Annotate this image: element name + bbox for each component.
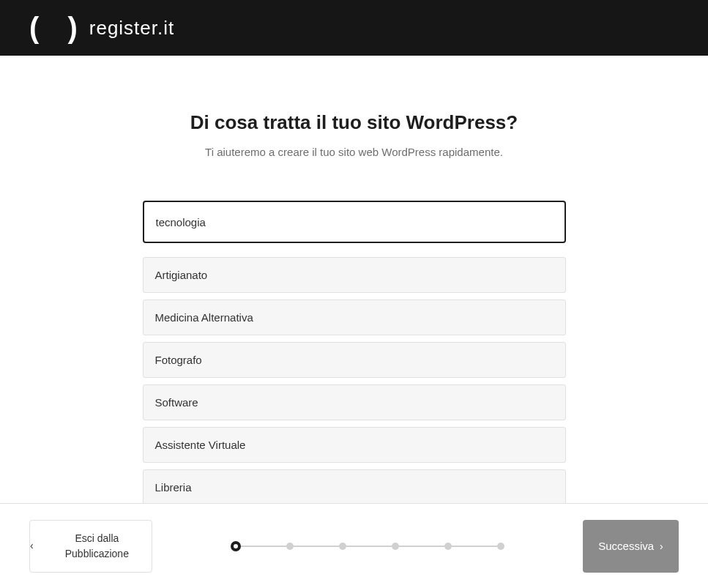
chevron-left-icon: ‹	[30, 538, 34, 554]
step-dot	[286, 543, 294, 550]
next-button[interactable]: Successiva ›	[583, 520, 679, 573]
step-dot	[392, 543, 399, 550]
step-line	[346, 546, 392, 547]
step-line	[294, 546, 339, 547]
main-content: Di cosa tratta il tuo sito WordPress? Ti…	[0, 56, 708, 505]
step-dot	[339, 543, 346, 550]
step-line	[241, 546, 286, 547]
exit-button[interactable]: ‹ Esci dalla Pubblicazione	[29, 520, 152, 573]
next-button-label: Successiva	[598, 540, 654, 552]
step-dot	[444, 543, 452, 550]
option-item[interactable]: Assistente Virtuale	[143, 427, 566, 463]
page-heading: Di cosa tratta il tuo sito WordPress?	[0, 111, 708, 134]
exit-button-label: Esci dalla Pubblicazione	[42, 531, 152, 562]
option-item[interactable]: Artigianato	[143, 257, 566, 293]
option-item[interactable]: Software	[143, 384, 566, 420]
progress-stepper	[231, 541, 504, 551]
option-item[interactable]: Fotografo	[143, 342, 566, 378]
step-line	[452, 546, 497, 547]
header: ( ) register.it	[0, 0, 708, 56]
page-subheading: Ti aiuteremo a creare il tuo sito web Wo…	[0, 146, 708, 158]
logo-icon: ( )	[29, 12, 88, 45]
option-item[interactable]: Medicina Alternativa	[143, 299, 566, 335]
logo-text: register.it	[89, 17, 175, 40]
step-dot-active	[231, 541, 241, 551]
form-area: Artigianato Medicina Alternativa Fotogra…	[143, 201, 566, 505]
footer: ‹ Esci dalla Pubblicazione Successiva ›	[0, 503, 708, 588]
logo: ( ) register.it	[29, 12, 174, 45]
chevron-right-icon: ›	[660, 540, 663, 552]
step-line	[399, 546, 444, 547]
options-list: Artigianato Medicina Alternativa Fotogra…	[143, 257, 566, 505]
topic-input[interactable]	[143, 201, 566, 243]
step-dot	[497, 543, 504, 550]
option-item[interactable]: Libreria	[143, 469, 566, 505]
